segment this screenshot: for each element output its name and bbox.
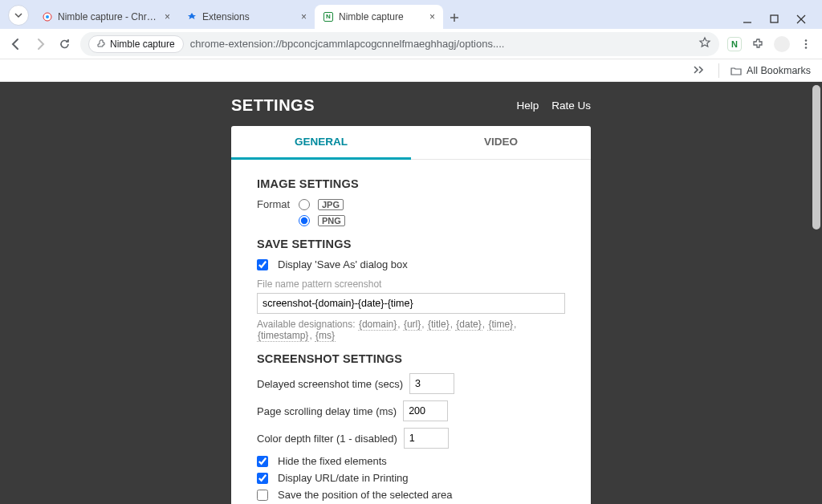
reload-button[interactable] — [56, 36, 72, 52]
token-title[interactable]: {title} — [427, 319, 450, 331]
section-heading: SCREENSHOT SETTINGS — [257, 352, 565, 365]
format-jpg-option[interactable]: JPG — [299, 199, 344, 210]
all-bookmarks-button[interactable]: All Bookmarks — [730, 65, 811, 76]
tab-1[interactable]: Nimble capture - Chrome Web × — [34, 5, 178, 29]
new-tab-button[interactable] — [443, 6, 466, 29]
display-url-row[interactable]: Display URL/date in Printing — [257, 472, 409, 484]
tab-favicon: N — [323, 11, 334, 22]
browser-tabstrip: Nimble capture - Chrome Web × Extensions… — [0, 0, 822, 29]
hide-fixed-checkbox[interactable] — [257, 456, 268, 467]
divider — [718, 63, 719, 78]
save-as-label: Display 'Save As' dialog box — [278, 258, 408, 270]
bookmarks-bar: All Bookmarks — [0, 59, 822, 82]
token-domain[interactable]: {domain} — [358, 319, 397, 331]
tab-title: Nimble capture — [339, 11, 423, 22]
scrollbar-thumb[interactable] — [812, 85, 820, 230]
token-date[interactable]: {date} — [455, 319, 482, 331]
app-viewport: SETTINGS Help Rate Us GENERAL VIDEO IMAG… — [0, 82, 822, 504]
page-title: SETTINGS — [231, 96, 315, 115]
tab-search-button[interactable] — [8, 5, 29, 26]
section-heading: SAVE SETTINGS — [257, 238, 565, 250]
extension-chip[interactable]: Nimble capture — [88, 35, 184, 53]
tab-general[interactable]: GENERAL — [231, 126, 411, 160]
all-bookmarks-label: All Bookmarks — [747, 65, 811, 76]
svg-point-1 — [46, 15, 49, 18]
display-url-label: Display URL/date in Printing — [278, 472, 409, 484]
scroll-delay-label: Page scrolling delay time (ms) — [257, 405, 397, 417]
back-button[interactable] — [8, 36, 24, 52]
url-text: chrome-extension://bpconcjcammlapcogcnne… — [190, 38, 505, 50]
tab-favicon — [42, 11, 53, 22]
delay-label: Delayed screenshot time (secs) — [257, 378, 403, 390]
browser-toolbar: Nimble capture chrome-extension://bpconc… — [0, 29, 822, 59]
section-heading: IMAGE SETTINGS — [257, 177, 565, 190]
page-header: SETTINGS Help Rate Us — [231, 82, 591, 126]
chip-label: Nimble capture — [110, 39, 175, 50]
pattern-label: File name pattern screenshot — [257, 278, 565, 290]
save-position-row[interactable]: Save the position of the selected area — [257, 489, 453, 501]
svg-point-4 — [805, 43, 808, 45]
display-url-checkbox[interactable] — [257, 473, 268, 484]
rate-us-link[interactable]: Rate Us — [551, 100, 591, 112]
token-time[interactable]: {time} — [487, 319, 514, 331]
extension-icon — [96, 39, 105, 49]
save-as-checkbox[interactable] — [257, 259, 268, 270]
format-jpg-text: JPG — [318, 199, 344, 210]
close-window-button[interactable] — [796, 14, 806, 24]
token-url[interactable]: {url} — [403, 319, 421, 331]
extension-nimble-icon[interactable]: N — [727, 37, 742, 51]
scroll-delay-input[interactable] — [403, 400, 448, 421]
hide-fixed-row[interactable]: Hide the fixed elements — [257, 455, 387, 467]
tab-title: Nimble capture - Chrome Web — [58, 11, 158, 22]
svg-point-3 — [805, 39, 808, 42]
color-depth-label: Color depth filter (1 - disabled) — [257, 433, 397, 445]
tab-video[interactable]: VIDEO — [411, 126, 591, 160]
bookmark-star-icon[interactable] — [698, 36, 711, 51]
designations-text: Available designations: {domain}, {url},… — [257, 319, 565, 341]
tab-2[interactable]: Extensions × — [178, 5, 315, 29]
forward-button[interactable] — [32, 36, 48, 52]
color-depth-input[interactable] — [404, 428, 449, 449]
save-position-checkbox[interactable] — [257, 490, 268, 501]
bookmarks-overflow-icon[interactable] — [693, 63, 704, 78]
tab-3-active[interactable]: N Nimble capture × — [315, 5, 443, 29]
tab-title: Extensions — [202, 11, 295, 22]
tab-favicon — [186, 11, 197, 22]
minimize-button[interactable] — [743, 14, 752, 24]
profile-avatar[interactable] — [774, 36, 790, 52]
extensions-button[interactable] — [750, 36, 766, 52]
folder-icon — [730, 66, 742, 75]
image-settings-section: IMAGE SETTINGS Format JPG — [257, 177, 565, 226]
token-ms[interactable]: {ms} — [315, 330, 336, 342]
format-label: Format — [257, 198, 299, 210]
close-icon[interactable]: × — [301, 11, 307, 22]
maximize-button[interactable] — [770, 14, 779, 24]
settings-card: GENERAL VIDEO IMAGE SETTINGS Format JPG — [231, 126, 591, 504]
token-timestamp[interactable]: {timestamp} — [257, 330, 309, 342]
filename-pattern-input[interactable] — [257, 293, 565, 314]
delay-input[interactable] — [409, 373, 454, 394]
svg-rect-2 — [771, 15, 778, 22]
format-png-radio[interactable] — [299, 215, 310, 226]
save-as-checkbox-row[interactable]: Display 'Save As' dialog box — [257, 258, 408, 270]
menu-button[interactable] — [798, 36, 814, 52]
hide-fixed-label: Hide the fixed elements — [278, 455, 387, 467]
save-settings-section: SAVE SETTINGS Display 'Save As' dialog b… — [257, 238, 565, 341]
screenshot-settings-section: SCREENSHOT SETTINGS Delayed screenshot t… — [257, 352, 565, 501]
save-position-label: Save the position of the selected area — [278, 489, 453, 501]
close-icon[interactable]: × — [165, 11, 170, 22]
format-png-text: PNG — [318, 215, 345, 226]
svg-point-5 — [805, 47, 808, 49]
help-link[interactable]: Help — [516, 100, 539, 112]
address-bar[interactable]: Nimble capture chrome-extension://bpconc… — [80, 32, 719, 56]
format-png-option[interactable]: PNG — [299, 215, 345, 226]
close-icon[interactable]: × — [429, 11, 435, 22]
format-jpg-radio[interactable] — [299, 199, 310, 210]
